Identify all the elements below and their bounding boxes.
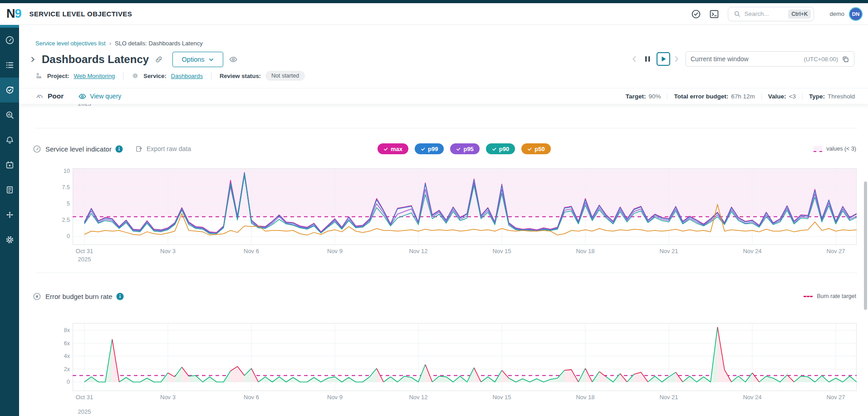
burn-target-label: Burn rate target bbox=[817, 293, 856, 299]
check-icon bbox=[527, 147, 532, 152]
play-button[interactable] bbox=[657, 52, 670, 66]
sidebar-item-alerts[interactable] bbox=[0, 127, 19, 152]
view-query-button[interactable]: View query bbox=[78, 92, 121, 101]
stat-target-: Target:90% bbox=[626, 93, 661, 100]
x-tick-label: Nov 27 bbox=[817, 394, 855, 401]
burn-flame-icon bbox=[33, 292, 41, 301]
y-tick-label: 4x bbox=[51, 352, 70, 360]
health-status-value: Poor bbox=[48, 92, 64, 100]
status-check-icon[interactable] bbox=[691, 9, 701, 20]
remnant-year-label: 2025 bbox=[78, 104, 91, 107]
y-tick-label: 8x bbox=[51, 327, 70, 334]
sidebar-item-integrations[interactable] bbox=[0, 202, 19, 227]
sli-chart bbox=[73, 168, 857, 245]
main-content: Service level objectives list › SLO deta… bbox=[19, 25, 868, 416]
y-tick-label: 2.5 bbox=[51, 216, 70, 224]
slo-details-icon bbox=[5, 85, 15, 95]
time-prev-icon[interactable] bbox=[630, 55, 638, 63]
export-raw-data-button[interactable]: Export raw data bbox=[135, 145, 191, 153]
threshold-legend-label: values (< 3) bbox=[826, 146, 856, 152]
search-icon bbox=[734, 10, 740, 17]
sidebar-item-reports-calendar[interactable] bbox=[0, 152, 19, 177]
username-label: demo bbox=[829, 10, 844, 17]
legend-pill-label: p99 bbox=[428, 146, 438, 152]
time-next-icon[interactable] bbox=[672, 55, 681, 63]
search-input[interactable]: Search... Ctrl+K bbox=[728, 7, 814, 21]
stat-value-: Value:<3 bbox=[761, 93, 796, 100]
service-link[interactable]: Dashboards bbox=[171, 73, 203, 79]
breadcrumb-link-slo-list[interactable]: Service level objectives list bbox=[35, 40, 106, 47]
y-tick-label: 0 bbox=[51, 233, 70, 240]
x-tick-label: Nov 27 bbox=[817, 248, 855, 255]
audit-log-icon bbox=[5, 185, 15, 195]
x-tick-label: Nov 12 bbox=[399, 248, 437, 255]
x-tick-label: Nov 9 bbox=[316, 394, 354, 401]
watch-eye-icon[interactable] bbox=[229, 55, 238, 64]
app-title: SERVICE LEVEL OBJECTIVES bbox=[29, 10, 132, 18]
stat-value: Threshold bbox=[828, 93, 855, 100]
copy-icon[interactable] bbox=[842, 55, 849, 63]
search-placeholder: Search... bbox=[744, 10, 788, 17]
legend-pill-p95[interactable]: p95 bbox=[450, 143, 479, 154]
y-tick-label: 2x bbox=[51, 366, 70, 373]
legend-pill-p50[interactable]: p50 bbox=[521, 143, 550, 154]
health-gauge-icon bbox=[35, 92, 44, 100]
y-tick-label: 6x bbox=[51, 340, 70, 347]
review-status-badge: Not started bbox=[265, 71, 305, 81]
sli-legend: maxp99p95p90p50 bbox=[378, 143, 551, 155]
burn-target-swatch-icon bbox=[804, 296, 813, 297]
x-tick-label: Nov 21 bbox=[650, 248, 688, 255]
sidebar-item-settings[interactable] bbox=[0, 227, 19, 252]
stat-value: 67h 12m bbox=[731, 93, 755, 100]
breadcrumb-separator-icon: › bbox=[109, 40, 111, 47]
y-tick-label: 0 bbox=[51, 378, 70, 386]
slo-stats: Target:90%Total error budget:67h 12mValu… bbox=[626, 93, 855, 100]
info-icon[interactable] bbox=[116, 293, 124, 300]
sidebar-item-service-health[interactable] bbox=[0, 103, 19, 127]
n9-logo[interactable]: N9 bbox=[6, 8, 21, 20]
permalink-icon[interactable] bbox=[154, 55, 163, 64]
terminal-icon[interactable] bbox=[709, 9, 720, 20]
top-bar-right: Search... Ctrl+K demo DN bbox=[683, 7, 863, 21]
project-link[interactable]: Web Monitoring bbox=[74, 73, 115, 79]
y-tick-label: 7.5 bbox=[51, 184, 70, 191]
eye-icon bbox=[78, 92, 87, 101]
review-status-label: Review status: bbox=[220, 73, 261, 79]
threshold-swatch-icon bbox=[814, 146, 822, 152]
options-button[interactable]: Options bbox=[172, 52, 223, 67]
settings-icon bbox=[5, 235, 15, 245]
stat-label: Total error budget: bbox=[674, 93, 728, 100]
logo-n: N bbox=[6, 7, 15, 20]
collapse-chevron-icon[interactable] bbox=[29, 56, 36, 63]
sidebar-item-speedometer[interactable] bbox=[0, 28, 19, 53]
legend-pill-max[interactable]: max bbox=[378, 143, 408, 154]
sidebar-item-audit-log[interactable] bbox=[0, 177, 19, 202]
stat-label: Type: bbox=[809, 93, 825, 100]
vertical-scrollbar[interactable] bbox=[864, 181, 867, 310]
info-icon[interactable] bbox=[115, 145, 123, 153]
sidebar-item-slo-list[interactable] bbox=[0, 53, 19, 78]
check-icon bbox=[421, 147, 426, 152]
time-window-selector[interactable]: Current time window (UTC+08:00) bbox=[686, 51, 854, 67]
sli-section-title: Service level indicator bbox=[45, 145, 112, 153]
legend-pill-p90[interactable]: p90 bbox=[486, 143, 515, 154]
legend-pill-p99[interactable]: p99 bbox=[415, 143, 444, 154]
timezone-label: (UTC+08:00) bbox=[804, 56, 839, 63]
burn-section-header: Error budget burn rate bbox=[33, 290, 124, 302]
avatar[interactable]: DN bbox=[849, 7, 863, 21]
x-tick-label: Nov 6 bbox=[232, 248, 270, 255]
service-icon bbox=[132, 72, 139, 79]
window-top-strip bbox=[0, 0, 868, 3]
time-window-label: Current time window bbox=[691, 55, 749, 63]
breadcrumb: Service level objectives list › SLO deta… bbox=[35, 40, 203, 47]
breadcrumb-current: SLO details: Dashboards Latency bbox=[115, 40, 203, 47]
burn-rate-legend: Burn rate target bbox=[804, 290, 856, 302]
x-tick-label: Oct 31 bbox=[65, 394, 103, 401]
section-divider bbox=[35, 128, 857, 128]
x-tick-label: Nov 12 bbox=[399, 394, 437, 401]
sli-gauge-icon bbox=[33, 145, 41, 153]
pause-button[interactable] bbox=[641, 52, 654, 66]
y-tick-label: 5 bbox=[51, 200, 70, 207]
section-divider bbox=[35, 273, 857, 273]
sidebar-item-slo-details[interactable] bbox=[0, 78, 19, 103]
